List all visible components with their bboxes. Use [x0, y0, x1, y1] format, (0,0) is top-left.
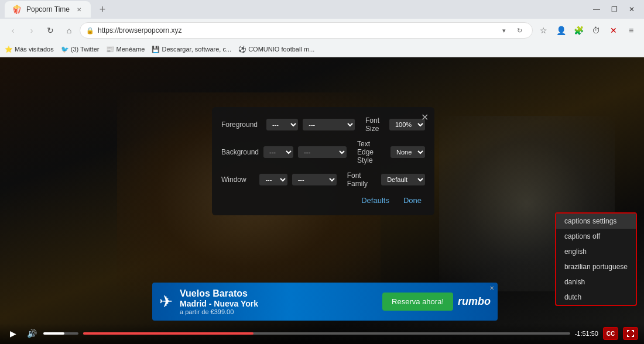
background-opacity-select[interactable]: --- [298, 146, 347, 158]
volume-slider[interactable] [43, 332, 78, 335]
play-button[interactable]: ▶ [6, 326, 20, 340]
text-edge-group: Text Edge Style None [357, 140, 425, 164]
settings-buttons: Defaults Done [221, 195, 425, 206]
caption-settings-panel: ✕ Foreground --- --- Font Size 100% Back… [212, 107, 434, 215]
window-opacity-select[interactable]: --- [292, 174, 337, 185]
title-bar-left: 🍿 Popcorn Time ✕ + [5, 1, 584, 18]
video-controls: ▶ 🔊 -1:51:50 CC [0, 323, 644, 344]
toolbar-icons: ☆ 👤 🧩 ⏱ ✕ ≡ [535, 22, 639, 39]
caption-settings-item[interactable]: captions settings [556, 214, 636, 229]
close-settings-button[interactable]: ✕ [421, 112, 429, 123]
ad-subtitle: Madrid - Nueva York [180, 299, 378, 308]
url-bar[interactable]: 🔒 https://browserpopcorn.xyz ▾ ↻ [80, 22, 533, 39]
profile-btn[interactable]: 👤 [553, 22, 569, 39]
ad-cta-button[interactable]: Reserva ahora! [382, 293, 453, 311]
tab-close-btn[interactable]: ✕ [74, 5, 84, 14]
bookmark-visitados[interactable]: ⭐ Más visitados [5, 46, 54, 53]
bookmark-comunio[interactable]: ⚽ COMUNIO football m... [238, 46, 314, 53]
mute-button[interactable]: 🔊 [25, 326, 39, 340]
font-size-label: Font Size [365, 116, 385, 133]
dutch-caption-item[interactable]: dutch [556, 290, 636, 305]
bookmark-label: 📰 Menéame [106, 46, 145, 53]
bookmark-meneame[interactable]: 📰 Menéame [106, 46, 145, 53]
url-text: https://browserpopcorn.xyz [98, 26, 494, 35]
x-icon[interactable]: ✕ [605, 22, 622, 39]
minimize-button[interactable]: — [589, 2, 604, 17]
nav-bar: ‹ › ↻ ⌂ 🔒 https://browserpopcorn.xyz ▾ ↻… [0, 19, 644, 42]
font-family-group: Font Family Default [347, 171, 425, 188]
ad-close-button[interactable]: ✕ [489, 285, 494, 291]
font-size-group: Font Size 100% [365, 116, 425, 133]
home-button[interactable]: ⌂ [61, 22, 77, 39]
menu-btn[interactable]: ≡ [623, 22, 639, 39]
cc-button[interactable]: CC [603, 327, 618, 340]
new-tab-button[interactable]: + [94, 1, 111, 18]
progress-bar[interactable] [83, 332, 570, 335]
ad-title: Vuelos Baratos [180, 288, 378, 299]
font-size-select[interactable]: 100% [389, 119, 425, 130]
captions-off-item[interactable]: captions off [556, 229, 636, 244]
maximize-button[interactable]: ❐ [607, 2, 622, 17]
bookmark-label: ⭐ Más visitados [5, 46, 54, 53]
url-dropdown-btn[interactable]: ▾ [497, 23, 511, 37]
bookmark-label: ⚽ COMUNIO football m... [238, 46, 314, 53]
plane-icon: ✈ [159, 292, 173, 311]
bookmark-label: 🐦 (3) Twitter [61, 46, 100, 53]
text-edge-label: Text Edge Style [357, 140, 386, 164]
text-edge-select[interactable]: None [390, 146, 425, 158]
ad-banner: ✕ ✈ Vuelos Baratos Madrid - Nueva York a… [152, 283, 498, 321]
forward-button[interactable]: › [23, 22, 40, 39]
ad-subtext: a partir de €399.00 [180, 308, 378, 315]
ad-text: Vuelos Baratos Madrid - Nueva York a par… [180, 288, 378, 315]
window-label: Window [221, 176, 255, 184]
url-refresh-btn[interactable]: ↻ [512, 23, 526, 37]
font-family-label: Font Family [347, 171, 377, 188]
bookmarks-bar: ⭐ Más visitados 🐦 (3) Twitter 📰 Menéame … [0, 42, 644, 57]
bookmark-twitter[interactable]: 🐦 (3) Twitter [61, 46, 100, 53]
history-btn[interactable]: ⏱ [588, 22, 604, 39]
portuguese-caption-item[interactable]: brazilian portuguese [556, 259, 636, 274]
fullscreen-button[interactable] [623, 327, 638, 340]
ad-logo: rumbo [458, 295, 491, 308]
background-color-select[interactable]: --- [263, 146, 293, 158]
window-controls: — ❐ ✕ [589, 2, 639, 17]
fullscreen-icon [626, 329, 635, 338]
extensions-btn[interactable]: 🧩 [570, 22, 587, 39]
caption-dropdown-menu: captions settings captions off english b… [555, 212, 637, 306]
title-bar: 🍿 Popcorn Time ✕ + — ❐ ✕ [0, 0, 644, 19]
background-label: Background [221, 148, 259, 156]
danish-caption-item[interactable]: danish [556, 274, 636, 290]
bookmark-descargar[interactable]: 💾 Descargar, software, c... [152, 46, 231, 53]
video-container: ✕ Foreground --- --- Font Size 100% Back… [0, 57, 644, 344]
active-tab[interactable]: 🍿 Popcorn Time ✕ [5, 1, 91, 18]
close-button[interactable]: ✕ [624, 2, 639, 17]
defaults-button[interactable]: Defaults [358, 195, 393, 206]
volume-fill [43, 332, 64, 335]
bookmark-label: 💾 Descargar, software, c... [152, 46, 231, 53]
ad-logo-text: rumbo [458, 295, 491, 308]
english-caption-item[interactable]: english [556, 244, 636, 259]
done-button[interactable]: Done [400, 195, 425, 206]
background-row: Background --- --- Text Edge Style None [221, 140, 425, 164]
browser-chrome: 🍿 Popcorn Time ✕ + — ❐ ✕ ‹ › ↻ ⌂ 🔒 https… [0, 0, 644, 57]
window-row: Window --- --- Font Family Default [221, 171, 425, 188]
tab-favicon: 🍿 [12, 5, 22, 14]
window-color-select[interactable]: --- [259, 174, 287, 185]
bookmark-star-btn[interactable]: ☆ [535, 22, 551, 39]
progress-fill [83, 332, 254, 335]
foreground-label: Foreground [221, 121, 262, 129]
foreground-color-select[interactable]: --- [266, 119, 298, 130]
foreground-opacity-select[interactable]: --- [303, 119, 355, 130]
url-actions: ▾ ↻ [497, 23, 526, 37]
foreground-row: Foreground --- --- Font Size 100% [221, 116, 425, 133]
tab-title: Popcorn Time [26, 5, 70, 13]
time-display: -1:51:50 [575, 330, 598, 337]
refresh-button[interactable]: ↻ [42, 22, 59, 39]
ssl-icon: 🔒 [86, 27, 94, 35]
back-button[interactable]: ‹ [5, 22, 21, 39]
font-family-select[interactable]: Default [381, 174, 425, 185]
